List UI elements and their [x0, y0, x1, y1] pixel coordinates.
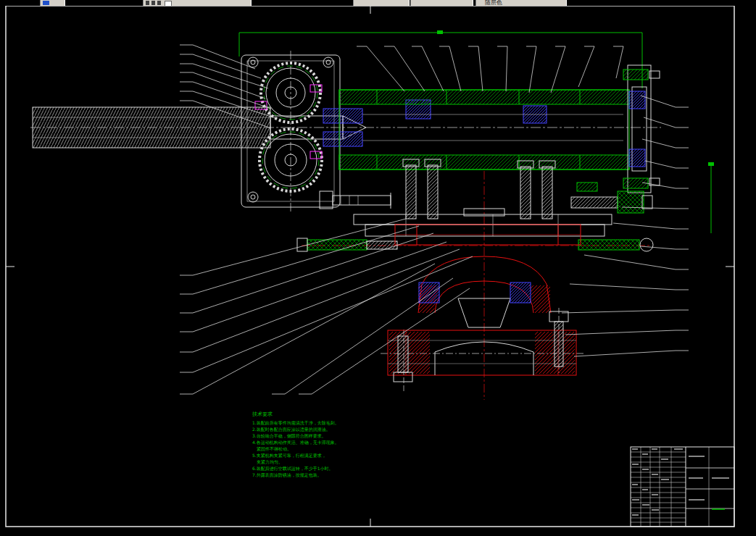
- toolbar-button-fragment[interactable]: [40, 0, 65, 6]
- layer-icon: [157, 1, 161, 5]
- toolbar-dropdown-fragment[interactable]: [353, 0, 410, 6]
- cad-application-window: 随层色: [0, 0, 756, 536]
- notes-line: 4.各运动机构动作灵活、准确，无卡滞现象。: [252, 439, 361, 445]
- color-dropdown-fragment[interactable]: 随层色: [475, 0, 567, 6]
- notes-line: 5.夹紧机构夹紧可靠，行程满足要求，: [252, 452, 361, 458]
- layer-dropdown-fragment[interactable]: [143, 0, 252, 6]
- layer-color-swatch: [165, 1, 172, 6]
- notes-title: 技术要求: [252, 411, 361, 418]
- swivel-vise-body: [395, 225, 581, 327]
- toolbar-dropdown-fragment[interactable]: [410, 0, 473, 6]
- left-adjust-bolt: [320, 191, 391, 209]
- layer-icon: [151, 1, 155, 5]
- title-block: [631, 447, 734, 527]
- notes-line: 紧固件不得松动。: [252, 445, 361, 452]
- technical-notes: 技术要求 1.装配前所有零件均需清洗干净，去除毛刺。 2.装配时各配合面应涂以适…: [252, 411, 361, 478]
- notes-line: 1.装配前所有零件均需清洗干净，去除毛刺。: [252, 419, 361, 426]
- notes-line: 2.装配时各配合面应涂以适量的润滑油。: [252, 426, 361, 432]
- notes-line: 6.装配后进行空载试运转，不少于1小时。: [252, 465, 361, 472]
- notes-line: 夹紧力均匀。: [252, 458, 361, 465]
- vise-base: [388, 311, 576, 382]
- color-dropdown-label: 随层色: [485, 0, 502, 6]
- layer-icon: [146, 1, 149, 5]
- bearing-details: [323, 100, 547, 146]
- title-block-text-marks: [632, 449, 729, 515]
- sheet-frame: [6, 6, 734, 527]
- drawing-canvas: [0, 6, 756, 536]
- left-handle: [297, 238, 397, 251]
- notes-line: 7.外露表面涂防锈油，按规定包装。: [252, 472, 361, 478]
- cad-model-space[interactable]: [0, 6, 756, 536]
- spindle-body: [339, 90, 629, 169]
- notes-line: 3.齿轮啮合平稳，侧隙符合图样要求。: [252, 432, 361, 439]
- toolbar-icon: [43, 1, 49, 5]
